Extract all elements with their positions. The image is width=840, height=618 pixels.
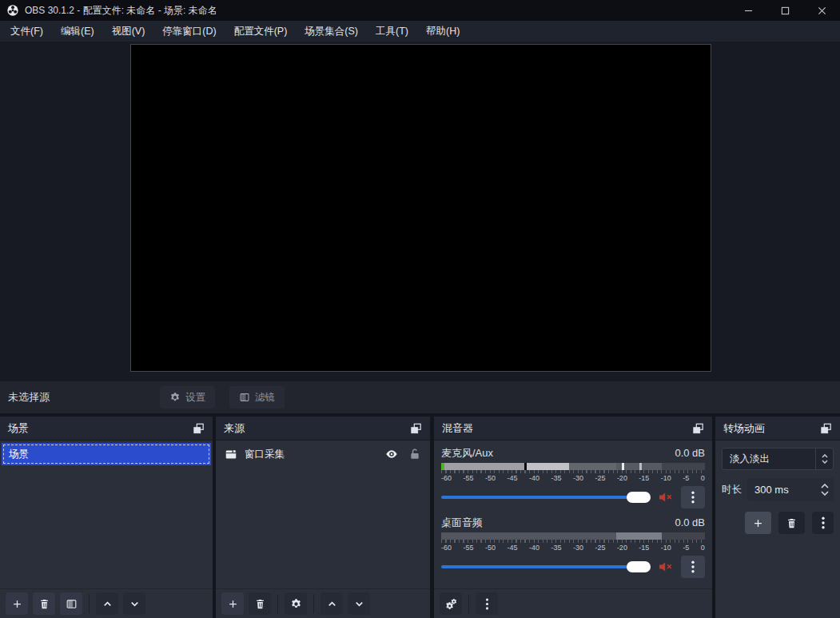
toolbar-separator [89, 594, 90, 613]
menu-item-edit[interactable]: 编辑(E) [52, 21, 103, 42]
tick-label: -20 [617, 474, 627, 483]
scenes-panel-header[interactable]: 场景 [0, 417, 213, 441]
transitions-panel-header[interactable]: 转场动画 [715, 417, 840, 441]
source-properties-button[interactable]: 设置 [160, 386, 215, 409]
scene-move-up-button[interactable] [96, 592, 118, 615]
obs-window: OBS 30.1.2 - 配置文件: 未命名 - 场景: 未命名 文件(F) 编… [0, 0, 840, 618]
popout-icon[interactable] [193, 423, 205, 434]
slider-track [441, 565, 651, 568]
menu-item-tools[interactable]: 工具(T) [367, 21, 417, 42]
speaker-mute-icon[interactable] [658, 491, 674, 504]
meter-scale: -60 -55 -50 -45 -40 -35 -30 -25 -20 -15 … [441, 474, 705, 483]
menu-item-scene-collection[interactable]: 场景集合(S) [296, 21, 367, 42]
menu-item-profile[interactable]: 配置文件(P) [225, 21, 297, 42]
slider-handle[interactable] [627, 561, 651, 572]
transitions-toolbar-spacer [715, 588, 840, 618]
volume-meter [441, 532, 705, 540]
tick-label: -60 [441, 544, 452, 552]
meter-ticks [441, 540, 705, 543]
slider-handle[interactable] [627, 492, 651, 503]
add-transition-button[interactable] [745, 512, 771, 534]
preview-canvas[interactable] [130, 44, 711, 372]
obs-logo-icon [6, 4, 19, 17]
volume-slider[interactable] [441, 492, 651, 503]
source-filters-button[interactable]: 滤镜 [229, 386, 285, 409]
tick-label: -40 [529, 474, 539, 483]
channel-menu-button[interactable] [681, 556, 705, 578]
mixer-panel: 混音器 麦克风/Aux 0.0 dB [434, 417, 712, 618]
popout-icon[interactable] [820, 423, 832, 434]
kebab-icon [687, 491, 699, 504]
scene-move-down-button[interactable] [123, 592, 145, 615]
source-move-up-button[interactable] [320, 592, 343, 615]
meter-peak-marker [639, 463, 642, 470]
dock-area: 场景 场景 [0, 413, 840, 618]
mixer-toolbar [434, 588, 712, 618]
transition-selected-value: 淡入淡出 [723, 453, 815, 466]
tick-label: -5 [683, 474, 689, 483]
transitions-panel-title: 转场动画 [723, 421, 765, 436]
channel-level: 0.0 dB [675, 516, 705, 528]
toolbar-separator [277, 594, 278, 613]
menu-item-help[interactable]: 帮助(H) [417, 21, 468, 42]
remove-transition-button[interactable] [778, 512, 805, 534]
add-scene-button[interactable] [6, 592, 28, 615]
menu-item-file[interactable]: 文件(F) [2, 21, 52, 42]
duration-label: 时长 [722, 483, 742, 496]
plus-icon [227, 598, 239, 610]
mixer-panel-header[interactable]: 混音器 [434, 417, 712, 441]
transition-select[interactable]: 淡入淡出 [722, 448, 834, 470]
source-move-down-button[interactable] [348, 592, 370, 615]
meter-ticks [441, 470, 705, 473]
popout-icon[interactable] [692, 423, 704, 434]
mixer-menu-button[interactable] [476, 592, 498, 615]
remove-source-button[interactable] [249, 592, 271, 615]
advanced-audio-button[interactable] [440, 592, 462, 615]
menu-item-view[interactable]: 视图(V) [103, 21, 154, 42]
tick-label: -45 [507, 474, 517, 483]
maximize-button[interactable] [766, 0, 803, 21]
plus-icon [11, 598, 23, 610]
spinner-down-icon[interactable] [821, 491, 829, 496]
sources-panel-header[interactable]: 来源 [216, 417, 430, 441]
channel-menu-button[interactable] [681, 486, 705, 508]
remove-scene-button[interactable] [33, 592, 55, 615]
spinner-up-icon[interactable] [821, 484, 829, 488]
menu-item-docks[interactable]: 停靠窗口(D) [153, 21, 225, 42]
source-filters-label: 滤镜 [255, 391, 275, 405]
source-properties-button[interactable] [285, 592, 307, 615]
gear-icon [169, 392, 181, 403]
kebab-icon [821, 516, 826, 529]
tick-label: -10 [661, 474, 671, 483]
duration-spinner[interactable]: 300 ms [747, 478, 834, 501]
trash-icon [38, 598, 50, 610]
meter-peak-marker [622, 463, 624, 470]
mixer-panel-title: 混音器 [442, 421, 473, 436]
popout-icon[interactable] [410, 423, 422, 434]
visibility-eye-icon[interactable] [385, 448, 398, 461]
scene-filters-button[interactable] [60, 592, 82, 615]
chevron-down-icon [129, 598, 141, 610]
scene-item[interactable]: 场景 [2, 443, 211, 465]
minimize-button[interactable] [730, 0, 766, 21]
transition-menu-button[interactable] [812, 512, 834, 534]
lock-open-icon[interactable] [408, 448, 421, 461]
speaker-mute-icon[interactable] [658, 560, 674, 573]
chevron-updown-icon [815, 449, 833, 469]
tick-label: -35 [551, 544, 561, 552]
add-source-button[interactable] [221, 592, 244, 615]
chevron-up-icon [326, 598, 338, 610]
source-item[interactable]: 窗口采集 [216, 441, 430, 467]
transitions-body: 淡入淡出 时长 300 ms [715, 441, 840, 588]
tick-label: -50 [485, 474, 496, 483]
mixer-channel-mic: 麦克风/Aux 0.0 dB -60 -55 -50 -45 -40 [441, 446, 705, 508]
sources-toolbar [216, 588, 430, 618]
tick-label: -50 [485, 544, 496, 552]
volume-slider[interactable] [441, 561, 651, 572]
tick-label: -30 [573, 544, 583, 552]
gear-icon [290, 598, 302, 610]
close-button[interactable] [803, 0, 840, 21]
mixer-channel-desktop: 桌面音频 0.0 dB -60 -55 -50 -45 -40 -35 -30 … [441, 516, 705, 578]
channel-level: 0.0 dB [675, 447, 705, 459]
double-gear-icon [445, 598, 457, 610]
